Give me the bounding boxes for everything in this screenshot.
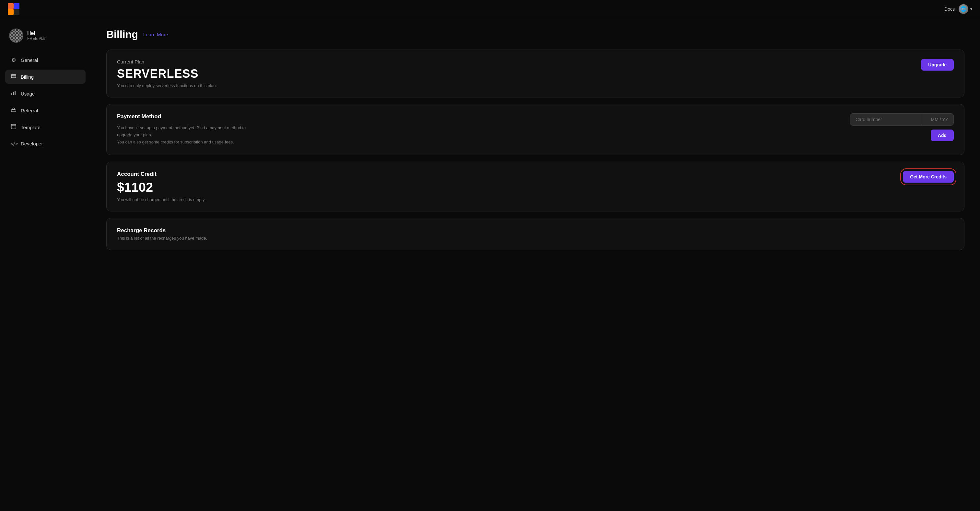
- learn-more-link[interactable]: Learn More: [143, 32, 168, 37]
- account-credit-header: Account Credit $1102 You will not be cha…: [117, 171, 954, 202]
- account-credit-description: You will not be charged until the credit…: [117, 197, 205, 202]
- main-layout: Hel FREE Plan ⚙ General Billing: [0, 18, 980, 511]
- sidebar-label-developer: Developer: [21, 141, 43, 146]
- get-more-credits-button[interactable]: Get More Credits: [903, 171, 954, 182]
- chevron-down-icon: ▾: [970, 7, 972, 11]
- recharge-records-card: Recharge Records This is a list of all t…: [106, 218, 964, 250]
- account-credit-info: Account Credit $1102 You will not be cha…: [117, 171, 205, 202]
- svg-rect-7: [13, 92, 14, 95]
- topnav-right: Docs 🌐 ▾: [944, 4, 972, 14]
- user-avatar-icon: 🌐: [959, 4, 968, 14]
- svg-rect-1: [8, 9, 14, 15]
- gear-icon: ⚙: [10, 57, 17, 63]
- payment-actions: Add: [850, 113, 954, 141]
- current-plan-label: Current Plan: [117, 59, 217, 64]
- card-number-input[interactable]: [850, 113, 921, 125]
- docs-link[interactable]: Docs: [944, 6, 955, 12]
- sidebar-user: Hel FREE Plan: [5, 26, 86, 45]
- sidebar-item-general[interactable]: ⚙ General: [5, 53, 86, 67]
- svg-rect-6: [11, 93, 12, 95]
- svg-rect-0: [8, 3, 14, 9]
- gift-icon: [10, 107, 17, 114]
- sidebar-user-avatar: [9, 29, 23, 43]
- sidebar-label-general: General: [21, 57, 38, 63]
- svg-rect-11: [11, 124, 16, 129]
- sidebar-label-billing: Billing: [21, 74, 34, 80]
- chart-icon: [10, 90, 17, 97]
- add-payment-button[interactable]: Add: [931, 130, 954, 141]
- payment-inputs: [850, 113, 954, 125]
- sidebar-user-info: Hel FREE Plan: [27, 30, 46, 41]
- logo[interactable]: [8, 3, 19, 15]
- topnav: Docs 🌐 ▾: [0, 0, 980, 18]
- page-title: Billing: [106, 29, 138, 40]
- sidebar-item-developer[interactable]: </> Developer: [5, 137, 86, 150]
- page-header: Billing Learn More: [106, 29, 964, 40]
- logo-icon: [8, 3, 19, 15]
- sidebar-label-usage: Usage: [21, 91, 35, 97]
- current-plan-header: Current Plan SERVERLESS You can only dep…: [117, 59, 954, 88]
- svg-rect-8: [14, 91, 16, 95]
- sidebar-item-template[interactable]: Template: [5, 120, 86, 134]
- payment-description: You haven't set up a payment method yet.…: [117, 124, 246, 146]
- payment-method-label: Payment Method: [117, 113, 246, 120]
- svg-rect-3: [14, 9, 19, 15]
- current-plan-card: Current Plan SERVERLESS You can only dep…: [106, 49, 964, 97]
- card-expiry-input[interactable]: [921, 113, 954, 125]
- account-credit-label: Account Credit: [117, 171, 205, 178]
- recharge-records-label: Recharge Records: [117, 227, 954, 234]
- sidebar-user-plan: FREE Plan: [27, 36, 46, 41]
- svg-rect-5: [11, 75, 16, 76]
- sidebar-item-usage[interactable]: Usage: [5, 86, 86, 101]
- template-icon: [10, 124, 17, 130]
- user-menu-button[interactable]: 🌐 ▾: [959, 4, 972, 14]
- account-credit-amount: $1102: [117, 180, 205, 195]
- svg-rect-2: [14, 3, 19, 9]
- sidebar-item-referral[interactable]: Referral: [5, 103, 86, 117]
- payment-method-header: Payment Method You haven't set up a paym…: [117, 113, 954, 146]
- payment-method-info: Payment Method You haven't set up a paym…: [117, 113, 246, 146]
- current-plan-description: You can only deploy serverless functions…: [117, 83, 217, 88]
- current-plan-info: Current Plan SERVERLESS You can only dep…: [117, 59, 217, 88]
- payment-method-card: Payment Method You haven't set up a paym…: [106, 104, 964, 155]
- billing-icon: [10, 73, 17, 80]
- sidebar-label-referral: Referral: [21, 108, 38, 113]
- sidebar-label-template: Template: [21, 125, 40, 130]
- code-icon: </>: [10, 141, 17, 146]
- get-credits-wrapper: Get More Credits: [903, 171, 954, 182]
- account-credit-card: Account Credit $1102 You will not be cha…: [106, 162, 964, 211]
- sidebar-item-billing[interactable]: Billing: [5, 70, 86, 84]
- recharge-records-description: This is a list of all the recharges you …: [117, 236, 954, 241]
- upgrade-button[interactable]: Upgrade: [921, 59, 954, 71]
- sidebar: Hel FREE Plan ⚙ General Billing: [0, 18, 91, 511]
- current-plan-name: SERVERLESS: [117, 67, 217, 81]
- sidebar-user-name: Hel: [27, 30, 46, 36]
- content-area: Billing Learn More Current Plan SERVERLE…: [91, 18, 980, 511]
